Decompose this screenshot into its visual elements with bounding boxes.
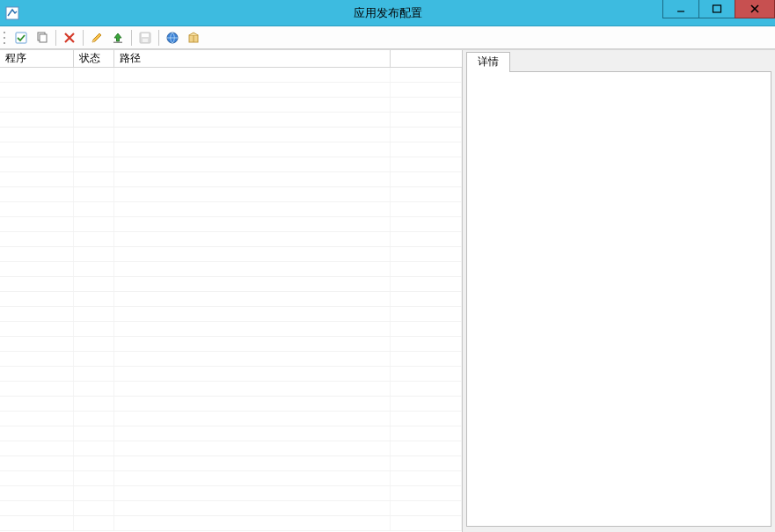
title-bar: 应用发布配置 (0, 0, 775, 26)
app-icon (5, 6, 19, 20)
window-controls (662, 0, 775, 26)
table-row[interactable] (0, 322, 462, 337)
table-row[interactable] (0, 367, 462, 382)
table-row[interactable] (0, 232, 462, 247)
table-row[interactable] (0, 142, 462, 157)
checklist-button[interactable] (11, 28, 31, 47)
table-row[interactable] (0, 172, 462, 187)
edit-button[interactable] (87, 28, 106, 47)
tab-strip: 详情 (466, 52, 771, 71)
save-icon (138, 31, 152, 45)
svg-rect-10 (113, 41, 122, 43)
delete-button[interactable] (60, 28, 79, 47)
svg-rect-5 (16, 33, 26, 43)
table-row[interactable] (0, 501, 462, 516)
right-pane: 详情 (463, 50, 775, 532)
table-row[interactable] (0, 277, 462, 292)
table-row[interactable] (0, 412, 462, 426)
column-header-extra[interactable] (391, 50, 462, 67)
table-row[interactable] (0, 113, 462, 128)
table-row[interactable] (0, 382, 462, 397)
svg-rect-2 (713, 5, 721, 12)
table-row[interactable] (0, 68, 462, 83)
table-row[interactable] (0, 217, 462, 232)
close-button[interactable] (735, 0, 775, 18)
table-row[interactable] (0, 128, 462, 142)
table-row[interactable] (0, 516, 462, 531)
table-body[interactable] (0, 68, 462, 532)
toolbar-grip (4, 30, 8, 46)
toolbar (0, 26, 775, 49)
window-title: 应用发布配置 (0, 5, 775, 21)
table-row[interactable] (0, 426, 462, 441)
toolbar-separator (158, 30, 159, 46)
table-row[interactable] (0, 456, 462, 471)
table-row[interactable] (0, 307, 462, 322)
table-row[interactable] (0, 187, 462, 202)
save-button[interactable] (135, 28, 155, 47)
table-row[interactable] (0, 202, 462, 217)
main-area: 程序 状态 路径 详情 (0, 49, 775, 532)
copy-button[interactable] (33, 28, 52, 47)
table-row[interactable] (0, 262, 462, 277)
package-button[interactable] (184, 28, 203, 47)
details-panel (466, 71, 771, 527)
maximize-button[interactable] (698, 0, 735, 18)
table-header: 程序 状态 路径 (0, 50, 462, 68)
table-row[interactable] (0, 441, 462, 456)
table-row[interactable] (0, 486, 462, 501)
globe-icon (165, 31, 179, 45)
table-row[interactable] (0, 157, 462, 172)
table-row[interactable] (0, 247, 462, 262)
svg-rect-12 (142, 33, 149, 37)
checklist-icon (14, 31, 28, 45)
box-icon (186, 31, 201, 45)
column-header-status[interactable]: 状态 (74, 50, 114, 67)
pencil-icon (90, 31, 104, 45)
table-row[interactable] (0, 471, 462, 486)
table-row[interactable] (0, 292, 462, 307)
left-pane: 程序 状态 路径 (0, 50, 463, 532)
column-header-path[interactable]: 路径 (114, 50, 391, 67)
svg-rect-7 (40, 34, 47, 42)
table-row[interactable] (0, 397, 462, 412)
tab-details[interactable]: 详情 (466, 52, 510, 72)
table-row[interactable] (0, 98, 462, 113)
toolbar-separator (83, 30, 84, 46)
table-row[interactable] (0, 83, 462, 98)
minimize-button[interactable] (662, 0, 699, 18)
toolbar-separator (55, 30, 56, 46)
table-row[interactable] (0, 337, 462, 352)
toolbar-separator (131, 30, 132, 46)
svg-rect-13 (143, 39, 148, 42)
column-header-program[interactable]: 程序 (0, 50, 74, 67)
web-button[interactable] (163, 28, 182, 47)
upload-button[interactable] (108, 28, 128, 47)
delete-icon (62, 31, 77, 45)
table-row[interactable] (0, 352, 462, 367)
upload-icon (111, 31, 125, 45)
copy-icon (35, 31, 49, 45)
